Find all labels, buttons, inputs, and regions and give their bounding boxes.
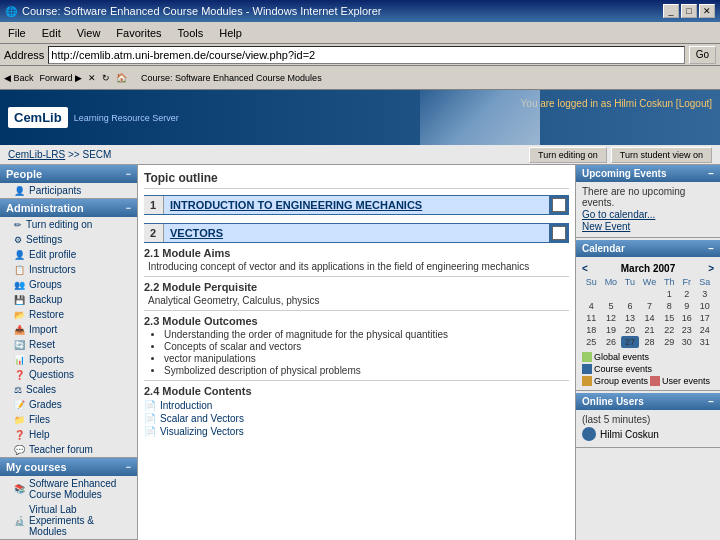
sidebar-item-reset[interactable]: 🔄 Reset [0, 337, 137, 352]
online-users-label: Online Users [582, 396, 644, 407]
calendar-day[interactable]: 28 [639, 336, 661, 348]
menu-tools[interactable]: Tools [174, 26, 208, 40]
menubar: File Edit View Favorites Tools Help [0, 22, 720, 44]
sidebar-item-participants[interactable]: 👤 Participants [0, 183, 137, 198]
go-to-calendar-link[interactable]: Go to calendar... [582, 209, 714, 220]
file-item-introduction[interactable]: 📄 Introduction [144, 399, 569, 412]
calendar-day[interactable]: 20 [621, 324, 638, 336]
calendar-day[interactable]: 1 [660, 288, 678, 300]
sidebar-item-questions[interactable]: ❓ Questions [0, 367, 137, 382]
forward-icon[interactable]: Forward ▶ [40, 73, 83, 83]
file-name-1: Introduction [160, 400, 212, 411]
user-name[interactable]: Hilmi Coskun [600, 429, 659, 440]
sidebar-item-teacher-forum[interactable]: 💬 Teacher forum [0, 442, 137, 457]
minimize-button[interactable]: _ [663, 4, 679, 18]
calendar-day[interactable]: 17 [695, 312, 714, 324]
window-controls[interactable]: _ □ ✕ [663, 4, 715, 18]
refresh-icon[interactable]: ↻ [102, 73, 110, 83]
calendar-day[interactable]: 2 [678, 288, 695, 300]
sidebar-item-grades[interactable]: 📝 Grades [0, 397, 137, 412]
sidebar-item-import[interactable]: 📥 Import [0, 322, 137, 337]
breadcrumb-cemlib[interactable]: CemLib-LRS [8, 149, 65, 160]
topic-2-checkbox[interactable] [552, 226, 566, 240]
close-button[interactable]: ✕ [699, 4, 715, 18]
topic-2-title[interactable]: VECTORS [164, 224, 549, 242]
module-2-2: 2.2 Module Perquisite Analytical Geometr… [144, 281, 569, 311]
calendar-day[interactable]: 10 [695, 300, 714, 312]
topic-2-section: 2 VECTORS 2.1 Module Aims Introducing co… [144, 223, 569, 438]
calendar-day [639, 288, 661, 300]
menu-file[interactable]: File [4, 26, 30, 40]
calendar-day[interactable]: 8 [660, 300, 678, 312]
calendar-day[interactable]: 21 [639, 324, 661, 336]
sidebar-item-instructors[interactable]: 📋 Instructors [0, 262, 137, 277]
topic-1-title[interactable]: INTRODUCTION TO ENGINEERING MECHANICS [164, 196, 549, 214]
sidebar-item-groups[interactable]: 👥 Groups [0, 277, 137, 292]
calendar-day[interactable]: 11 [582, 312, 601, 324]
calendar-day[interactable]: 19 [601, 324, 622, 336]
sidebar-item-virtual-lab[interactable]: 🔬 Virtual Lab Experiments & Modules [0, 502, 137, 539]
calendar-day[interactable]: 31 [695, 336, 714, 348]
go-button[interactable]: Go [689, 46, 716, 64]
upcoming-events-header[interactable]: Upcoming Events − [576, 165, 720, 182]
sidebar-item-secm[interactable]: 📚 Software Enhanced Course Modules [0, 476, 137, 502]
calendar-day[interactable]: 29 [660, 336, 678, 348]
calendar-day[interactable]: 23 [678, 324, 695, 336]
file-name-2: Scalar and Vectors [160, 413, 244, 424]
window-title-text: Course: Software Enhanced Course Modules… [22, 5, 382, 17]
back-icon[interactable]: ◀ Back [4, 73, 34, 83]
calendar-day[interactable]: 22 [660, 324, 678, 336]
calendar-header[interactable]: Calendar − [576, 240, 720, 257]
sidebar-item-scales[interactable]: ⚖ Scales [0, 382, 137, 397]
people-section-header[interactable]: People − [0, 165, 137, 183]
address-input[interactable] [48, 46, 684, 64]
calendar-day[interactable]: 24 [695, 324, 714, 336]
calendar-day[interactable]: 9 [678, 300, 695, 312]
calendar-day[interactable]: 30 [678, 336, 695, 348]
topic-1-checkbox[interactable] [552, 198, 566, 212]
turn-editing-on-button[interactable]: Turn editing on [529, 147, 607, 163]
sidebar-item-backup[interactable]: 💾 Backup [0, 292, 137, 307]
turn-student-view-button[interactable]: Turn student view on [611, 147, 712, 163]
file-item-scalar-vectors[interactable]: 📄 Scalar and Vectors [144, 412, 569, 425]
calendar-day[interactable]: 7 [639, 300, 661, 312]
calendar-day[interactable]: 25 [582, 336, 601, 348]
sidebar-item-reports[interactable]: 📊 Reports [0, 352, 137, 367]
menu-help[interactable]: Help [215, 26, 246, 40]
sidebar-item-turn-editing[interactable]: ✏ Turn editing on [0, 217, 137, 232]
calendar-day[interactable]: 12 [601, 312, 622, 324]
calendar-day[interactable]: 14 [639, 312, 661, 324]
sidebar-item-help[interactable]: ❓ Help [0, 427, 137, 442]
home-icon[interactable]: 🏠 [116, 73, 127, 83]
module-2-1-heading: 2.1 Module Aims [144, 247, 569, 259]
calendar-day[interactable]: 4 [582, 300, 601, 312]
calendar-day[interactable]: 15 [660, 312, 678, 324]
calendar-day[interactable]: 3 [695, 288, 714, 300]
calendar-day[interactable]: 26 [601, 336, 622, 348]
calendar-day[interactable]: 16 [678, 312, 695, 324]
calendar-day[interactable]: 13 [621, 312, 638, 324]
menu-edit[interactable]: Edit [38, 26, 65, 40]
sidebar-item-restore[interactable]: 📂 Restore [0, 307, 137, 322]
online-users-header[interactable]: Online Users − [576, 393, 720, 410]
calendar-day[interactable]: 6 [621, 300, 638, 312]
file-item-visualizing[interactable]: 📄 Visualizing Vectors [144, 425, 569, 438]
stop-icon[interactable]: ✕ [88, 73, 96, 83]
new-event-link[interactable]: New Event [582, 221, 714, 232]
sidebar-item-files[interactable]: 📁 Files [0, 412, 137, 427]
calendar-next-button[interactable]: > [708, 263, 714, 274]
menu-favorites[interactable]: Favorites [112, 26, 165, 40]
sidebar-item-settings[interactable]: ⚙ Settings [0, 232, 137, 247]
logo-subtitle: Learning Resource Server [74, 113, 179, 123]
sidebar-item-edit-profile[interactable]: 👤 Edit profile [0, 247, 137, 262]
calendar-day[interactable]: 18 [582, 324, 601, 336]
admin-section-header[interactable]: Administration − [0, 199, 137, 217]
menu-view[interactable]: View [73, 26, 105, 40]
calendar-day[interactable]: 27 [621, 336, 638, 348]
cal-day-fri: Fr [678, 276, 695, 288]
maximize-button[interactable]: □ [681, 4, 697, 18]
administration-section: Administration − ✏ Turn editing on ⚙ Set… [0, 199, 137, 458]
mycourses-section-header[interactable]: My courses − [0, 458, 137, 476]
calendar-day[interactable]: 5 [601, 300, 622, 312]
calendar-prev-button[interactable]: < [582, 263, 588, 274]
